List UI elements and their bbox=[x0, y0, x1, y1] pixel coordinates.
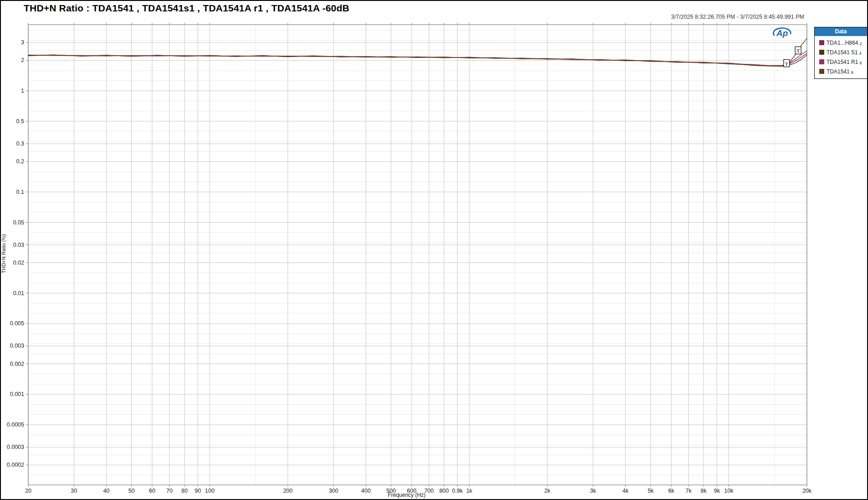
y-tick-label: 3 bbox=[21, 39, 24, 46]
x-tick-label: 90 bbox=[195, 488, 201, 494]
x-tick-label: 300 bbox=[329, 488, 338, 494]
data-legend-panel: Data TDA1...H8642TDA1541 S14TDA1541 R16T… bbox=[814, 27, 868, 79]
plot-area[interactable]: 3210.50.30.20.10.050.030.020.010.0050.00… bbox=[1, 1, 868, 500]
x-tick-label: 2k bbox=[544, 488, 551, 494]
y-axis-title: THD+N Ratio (%) bbox=[1, 222, 6, 286]
x-tick-label: 9k bbox=[714, 488, 720, 494]
x-tick-label: 60 bbox=[149, 488, 155, 494]
x-tick-label: 7k bbox=[686, 488, 692, 494]
x-axis-title: Frequency (Hz) bbox=[347, 492, 466, 498]
x-tick-label: 30 bbox=[71, 488, 77, 494]
x-tick-label: 40 bbox=[103, 488, 109, 494]
x-tick-label: 20 bbox=[25, 488, 31, 494]
y-tick-label: 2 bbox=[21, 57, 24, 63]
legend-item-sequence-number: 8 bbox=[851, 70, 853, 75]
y-tick-label: 0.0002 bbox=[7, 462, 24, 468]
y-tick-label: 0.03 bbox=[13, 242, 24, 248]
y-tick-label: 0.1 bbox=[16, 189, 24, 195]
y-tick-label: 0.005 bbox=[10, 320, 24, 327]
legend-color-swatch bbox=[819, 40, 824, 45]
legend-item-1[interactable]: TDA1...H8642 bbox=[819, 38, 866, 47]
legend-color-swatch bbox=[819, 59, 824, 64]
y-tick-label: 0.02 bbox=[13, 260, 24, 266]
y-tick-label: 0.003 bbox=[10, 343, 24, 349]
legend-color-swatch bbox=[819, 69, 824, 74]
x-tick-label: 80 bbox=[181, 488, 188, 494]
x-tick-label: 100 bbox=[205, 488, 215, 494]
y-tick-label: 0.0003 bbox=[7, 444, 24, 450]
x-tick-label: 5k bbox=[648, 488, 654, 494]
legend-item-3[interactable]: TDA1541 R16 bbox=[819, 57, 866, 67]
x-tick-label: 1k bbox=[466, 488, 473, 494]
y-tick-label: 0.2 bbox=[16, 158, 24, 165]
cursor-marker-glyph: T bbox=[785, 61, 789, 67]
legend-color-swatch bbox=[819, 50, 824, 55]
legend-item-label: TDA1541 bbox=[827, 68, 850, 75]
y-tick-label: 0.3 bbox=[16, 141, 24, 147]
svg-text:Ap: Ap bbox=[776, 28, 788, 38]
legend-body: TDA1...H8642TDA1541 S14TDA1541 R16TDA154… bbox=[815, 36, 867, 78]
ap-measurement-window: THD+N Ratio : TDA1541 , TDA1541s1 , TDA1… bbox=[0, 0, 868, 500]
series-curve-1 bbox=[28, 53, 807, 66]
x-tick-label: 70 bbox=[166, 488, 173, 494]
x-tick-label: 20k bbox=[802, 488, 812, 494]
x-tick-label: 50 bbox=[129, 488, 135, 494]
series-curve-3 bbox=[28, 51, 807, 66]
x-tick-label: 6k bbox=[668, 488, 675, 494]
legend-item-sequence-number: 2 bbox=[859, 42, 862, 46]
x-tick-label: 200 bbox=[283, 488, 293, 494]
legend-item-sequence-number: 4 bbox=[859, 51, 862, 56]
audio-precision-logo-icon: Ap bbox=[770, 26, 794, 40]
legend-item-4[interactable]: TDA15418 bbox=[819, 67, 866, 76]
y-tick-label: 0.002 bbox=[10, 361, 24, 367]
x-tick-label: 4k bbox=[622, 488, 629, 494]
x-tick-label: 10k bbox=[724, 488, 734, 494]
y-tick-label: 0.05 bbox=[13, 219, 24, 226]
x-tick-label: 3k bbox=[590, 488, 596, 494]
cursor-marker-glyph: T bbox=[796, 48, 800, 53]
plot-border bbox=[28, 25, 807, 485]
legend-item-label: TDA1...H864 bbox=[827, 40, 858, 46]
legend-item-label: TDA1541 R1 bbox=[827, 59, 858, 65]
y-tick-label: 0.001 bbox=[10, 391, 24, 397]
legend-item-2[interactable]: TDA1541 S14 bbox=[819, 47, 866, 57]
y-tick-label: 0.01 bbox=[13, 290, 24, 297]
y-tick-label: 0.0005 bbox=[7, 422, 24, 428]
legend-item-sequence-number: 6 bbox=[859, 61, 862, 65]
legend-header: Data bbox=[815, 27, 867, 36]
x-tick-label: 8k bbox=[701, 488, 707, 494]
y-tick-label: 0.5 bbox=[16, 118, 24, 125]
y-tick-label: 1 bbox=[21, 88, 24, 94]
legend-item-label: TDA1541 S1 bbox=[827, 49, 858, 56]
